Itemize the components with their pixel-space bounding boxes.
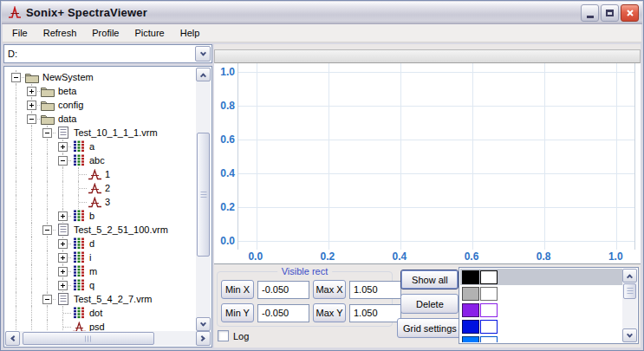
scroll-up-button[interactable] [622, 269, 637, 283]
tree-horizontal-scrollbar[interactable] [5, 331, 211, 346]
tree-item-NewSystem[interactable]: NewSystem [9, 70, 196, 84]
minimize-button[interactable] [581, 4, 599, 22]
tree-indent-guide [9, 278, 24, 292]
tree-indent-guide [40, 306, 55, 320]
min-y-input[interactable] [257, 304, 309, 322]
drive-path-combobox[interactable]: D: [3, 44, 212, 63]
tree-item-data[interactable]: data [9, 112, 196, 126]
maximize-button[interactable] [601, 4, 619, 22]
tree-item-dot[interactable]: dot [9, 306, 196, 320]
color-list-row[interactable] [460, 285, 622, 302]
collapse-toggle-icon[interactable] [42, 128, 52, 138]
close-button[interactable] [621, 4, 639, 22]
menu-item[interactable]: Profile [84, 25, 127, 41]
y-tick-label: 0.8 [214, 100, 235, 112]
tree-item-Test_5_2_51_100.vrm[interactable]: Test_5_2_51_100.vrm [9, 223, 196, 237]
horizontal-scroll-thumb[interactable] [23, 332, 154, 345]
collapse-toggle-icon[interactable] [42, 225, 52, 235]
expand-toggle-icon[interactable] [58, 239, 68, 249]
plot-area[interactable] [237, 63, 635, 250]
tree-indent-guide [24, 126, 40, 140]
tree-connector [55, 278, 71, 292]
expand-toggle-icon[interactable] [27, 87, 36, 96]
max-x-button[interactable]: Max X [313, 280, 346, 299]
expand-toggle-icon[interactable] [27, 101, 36, 110]
max-y-input[interactable] [349, 304, 401, 322]
min-x-button[interactable]: Min X [221, 280, 254, 299]
peak-icon [87, 169, 102, 180]
tree-indent-guide [9, 209, 24, 223]
max-x-input[interactable] [349, 281, 401, 299]
scroll-right-button[interactable] [196, 331, 211, 346]
tree-connector [24, 98, 40, 112]
action-buttons: Show all Delete Grid settings [397, 270, 463, 338]
color-list-row[interactable] [460, 318, 622, 335]
collapse-toggle-icon[interactable] [11, 73, 21, 82]
tree-item-psd[interactable]: psd [9, 320, 196, 331]
menu-item[interactable]: Refresh [36, 25, 85, 41]
tree-indent-guide [24, 167, 40, 181]
color-list-row[interactable] [460, 302, 622, 318]
min-x-input[interactable] [257, 281, 309, 299]
vertical-scroll-thumb[interactable] [197, 133, 210, 257]
expand-toggle-icon[interactable] [58, 142, 68, 152]
menu-item[interactable]: Picture [127, 25, 172, 41]
menu-item[interactable]: File [4, 25, 36, 41]
window-controls [581, 4, 639, 22]
tree-connector [24, 84, 40, 98]
scroll-up-button[interactable] [196, 68, 211, 81]
tree-item-b[interactable]: b [9, 209, 196, 223]
expand-toggle-icon[interactable] [58, 281, 68, 290]
scroll-down-button[interactable] [196, 317, 211, 331]
expand-toggle-icon[interactable] [58, 267, 68, 276]
expand-toggle-icon[interactable] [58, 253, 68, 263]
tree-item-config[interactable]: config [9, 98, 196, 112]
collapse-toggle-icon[interactable] [42, 295, 52, 304]
title-bar[interactable]: Sonix+ SpectraViewer [2, 2, 642, 24]
gridline-vertical [544, 63, 545, 250]
tree-item-m[interactable]: m [9, 264, 196, 278]
tree-item-3[interactable]: 3 [9, 195, 196, 209]
color-list-scrollbar[interactable] [622, 269, 637, 342]
tree-indent-guide [40, 209, 55, 223]
folder-icon [40, 86, 55, 97]
outline-color-swatch [480, 320, 498, 334]
gridline-horizontal [238, 241, 634, 242]
log-checkbox-label: Log [233, 331, 249, 341]
vertical-scroll-thumb[interactable] [623, 283, 636, 299]
tree-item-abc[interactable]: abc [9, 153, 196, 167]
tree-item-a[interactable]: a [9, 140, 196, 153]
tree-indent-guide [9, 292, 24, 306]
color-list-row[interactable] [460, 269, 622, 285]
min-y-button[interactable]: Min Y [221, 303, 254, 322]
tree-item-1[interactable]: 1 [9, 167, 196, 181]
peak-icon [71, 322, 87, 332]
tree-vertical-scrollbar[interactable] [196, 68, 211, 331]
combobox-dropdown-button[interactable] [195, 46, 211, 62]
checkbox-box[interactable] [218, 330, 229, 341]
tree-indent-guide [9, 306, 24, 320]
menu-item[interactable]: Help [172, 25, 208, 41]
tree-item-i[interactable]: i [9, 250, 196, 264]
grid-settings-button[interactable]: Grid settings [397, 318, 463, 338]
tree-item-Test_10_1_1_1.vrm[interactable]: Test_10_1_1_1.vrm [9, 126, 196, 140]
collapse-toggle-icon[interactable] [58, 156, 68, 166]
tree-item-q[interactable]: q [9, 278, 196, 292]
tree-item-Test_5_4_2_7.vrm[interactable]: Test_5_4_2_7.vrm [9, 292, 196, 306]
tree-indent-guide [55, 181, 71, 195]
gridline-vertical [257, 63, 257, 250]
scroll-down-button[interactable] [622, 328, 637, 342]
max-y-button[interactable]: Max Y [313, 303, 346, 322]
document-icon [55, 224, 71, 236]
scroll-left-button[interactable] [5, 331, 20, 346]
tree-item-beta[interactable]: beta [9, 84, 196, 98]
show-all-button[interactable]: Show all [400, 270, 459, 289]
expand-toggle-icon[interactable] [58, 211, 68, 221]
log-checkbox[interactable]: Log [218, 330, 249, 341]
tree-item-2[interactable]: 2 [9, 181, 196, 195]
color-list-row[interactable] [460, 335, 622, 342]
tree-item-d[interactable]: d [9, 237, 196, 250]
close-icon [625, 8, 635, 18]
delete-button[interactable]: Delete [400, 294, 459, 314]
collapse-toggle-icon[interactable] [27, 114, 36, 124]
